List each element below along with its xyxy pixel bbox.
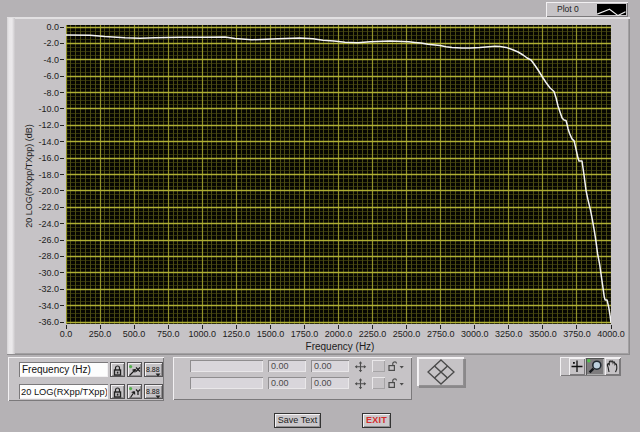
svg-text:8.88: 8.88 bbox=[146, 366, 160, 373]
svg-text:8.88: 8.88 bbox=[146, 388, 160, 395]
